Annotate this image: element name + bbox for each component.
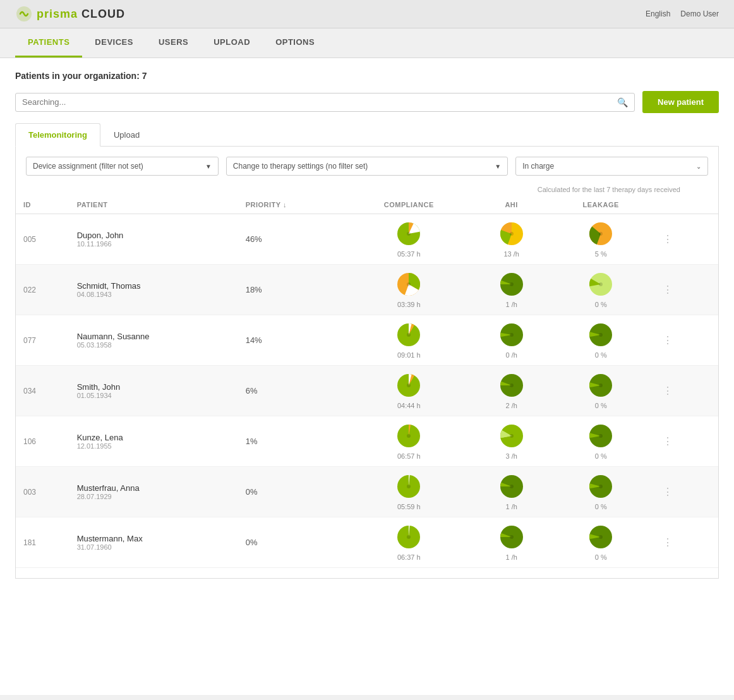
filter-row: Device assignment (filter not set) ▼ Cha… xyxy=(16,147,718,181)
svg-point-38 xyxy=(407,535,411,539)
nav-options[interactable]: OPTIONS xyxy=(263,28,327,57)
logo: prisma CLOUD xyxy=(15,5,125,23)
svg-point-16 xyxy=(510,333,514,337)
table-container: Calculated for the last 7 therapy days r… xyxy=(16,186,718,568)
tab-upload[interactable]: Upload xyxy=(100,123,153,146)
patient-info: Naumann, Susanne 05.03.1958 xyxy=(69,315,238,366)
tab-panel-telemonitoring: Device assignment (filter not set) ▼ Cha… xyxy=(15,147,719,579)
table-row[interactable]: 005 Dupon, John 10.11.1966 46% 05:37 h 1… xyxy=(16,214,718,265)
compliance-chart: 05:59 h xyxy=(346,467,471,517)
search-icon: 🔍 xyxy=(617,97,628,107)
patient-priority: 14% xyxy=(238,315,347,366)
row-menu[interactable]: ⋮ xyxy=(650,315,718,366)
search-input[interactable] xyxy=(22,97,617,107)
patients-table: ID PATIENT PRIORITY ↓ COMPLIANCE AHI LEA… xyxy=(16,196,718,568)
row-menu[interactable]: ⋮ xyxy=(650,416,718,467)
row-menu[interactable]: ⋮ xyxy=(650,265,718,315)
filter-arrow-charge: ⌄ xyxy=(696,163,701,170)
tab-bar: Telemonitoring Upload xyxy=(15,123,719,147)
filter-arrow-device: ▼ xyxy=(205,163,212,170)
therapy-settings-filter[interactable]: Change to therapy settings (no filter se… xyxy=(226,157,508,176)
svg-point-2 xyxy=(407,232,411,236)
col-actions xyxy=(650,196,718,214)
table-row[interactable]: 077 Naumann, Susanne 05.03.1958 14% 09:0… xyxy=(16,315,718,366)
patient-id: 003 xyxy=(16,467,69,517)
in-charge-label: In charge xyxy=(522,162,554,171)
ahi-chart: 1 /h xyxy=(471,467,551,517)
col-id: ID xyxy=(16,196,69,214)
table-row[interactable]: 106 Kunze, Lena 12.01.1955 1% 06:57 h "/… xyxy=(16,416,718,467)
new-patient-button[interactable]: New patient xyxy=(642,91,719,113)
svg-point-12 xyxy=(599,282,603,286)
patient-info: Smith, John 01.05.1934 xyxy=(69,366,238,416)
ahi-chart: 0 /h xyxy=(471,315,551,366)
search-row: 🔍 New patient xyxy=(15,91,719,113)
ahi-chart: 13 /h xyxy=(471,214,551,265)
ahi-chart: 1 /h xyxy=(471,265,551,315)
ahi-chart: "/> 3 /h xyxy=(471,416,551,467)
col-compliance: COMPLIANCE xyxy=(346,196,471,214)
svg-point-20 xyxy=(407,383,411,387)
table-row[interactable]: 181 Mustermann, Max 31.07.1960 0% 06:37 … xyxy=(16,517,718,568)
leakage-chart: 0 % xyxy=(551,265,650,315)
therapy-settings-label: Change to therapy settings (no filter se… xyxy=(233,162,368,171)
logo-icon xyxy=(15,5,33,23)
patient-info: Dupon, John 10.11.1966 xyxy=(69,214,238,265)
svg-point-10 xyxy=(510,282,514,286)
col-priority: PRIORITY ↓ xyxy=(238,196,347,214)
compliance-chart: 06:37 h xyxy=(346,517,471,568)
svg-point-32 xyxy=(407,485,411,488)
patient-id: 181 xyxy=(16,517,69,568)
leakage-chart: 0 % xyxy=(551,467,650,517)
row-menu[interactable]: ⋮ xyxy=(650,467,718,517)
table-row[interactable]: 003 Musterfrau, Anna 28.07.1929 0% 05:59… xyxy=(16,467,718,517)
nav-users[interactable]: USERS xyxy=(146,28,201,57)
table-row[interactable]: 034 Smith, John 01.05.1934 6% 04:44 h 2 … xyxy=(16,366,718,416)
svg-point-42 xyxy=(599,535,603,539)
col-patient: PATIENT xyxy=(69,196,238,214)
logo-text: prisma CLOUD xyxy=(37,8,125,21)
filter-arrow-therapy: ▼ xyxy=(495,163,501,170)
compliance-chart: 03:39 h xyxy=(346,265,471,315)
device-assignment-label: Device assignment (filter not set) xyxy=(33,162,143,171)
svg-point-34 xyxy=(510,485,514,488)
patient-info: Musterfrau, Anna 28.07.1929 xyxy=(69,467,238,517)
tab-telemonitoring[interactable]: Telemonitoring xyxy=(15,123,100,147)
nav-devices[interactable]: DEVICES xyxy=(82,28,146,57)
row-menu[interactable]: ⋮ xyxy=(650,366,718,416)
patient-id: 034 xyxy=(16,366,69,416)
svg-point-36 xyxy=(599,485,603,488)
ahi-chart: 1 /h xyxy=(471,517,551,568)
page-title: Patients in your organization: 7 xyxy=(15,71,719,81)
svg-point-30 xyxy=(599,434,603,438)
patient-priority: 6% xyxy=(238,366,347,416)
patient-priority: 1% xyxy=(238,416,347,467)
leakage-chart: 0 % xyxy=(551,517,650,568)
row-menu[interactable]: ⋮ xyxy=(650,517,718,568)
nav-bar: PATIENTS DEVICES USERS UPLOAD OPTIONS xyxy=(0,28,734,58)
calc-note: Calculated for the last 7 therapy days r… xyxy=(16,186,718,193)
device-assignment-filter[interactable]: Device assignment (filter not set) ▼ xyxy=(26,157,219,176)
table-row[interactable]: 022 Schmidt, Thomas 04.08.1943 18% 03:39… xyxy=(16,265,718,315)
in-charge-filter[interactable]: In charge ⌄ xyxy=(515,157,708,176)
ahi-chart: 2 /h xyxy=(471,366,551,416)
table-header-row: ID PATIENT PRIORITY ↓ COMPLIANCE AHI LEA… xyxy=(16,196,718,214)
svg-point-24 xyxy=(599,383,603,387)
patient-id: 005 xyxy=(16,214,69,265)
compliance-chart: 05:37 h xyxy=(346,214,471,265)
compliance-chart: 09:01 h xyxy=(346,315,471,366)
patient-priority: 0% xyxy=(238,467,347,517)
row-menu[interactable]: ⋮ xyxy=(650,214,718,265)
patient-info: Kunze, Lena 12.01.1955 xyxy=(69,416,238,467)
top-bar: prisma CLOUD English Demo User xyxy=(0,0,734,28)
patient-id: 106 xyxy=(16,416,69,467)
leakage-chart: 0 % xyxy=(551,416,650,467)
leakage-chart: 0 % xyxy=(551,366,650,416)
nav-patients[interactable]: PATIENTS xyxy=(15,28,82,57)
user-menu[interactable]: Demo User xyxy=(680,9,719,18)
col-leakage: LEAKAGE xyxy=(551,196,650,214)
language-selector[interactable]: English xyxy=(646,9,670,18)
nav-upload[interactable]: UPLOAD xyxy=(201,28,263,57)
svg-point-22 xyxy=(510,383,514,387)
leakage-chart: 5 % xyxy=(551,214,650,265)
